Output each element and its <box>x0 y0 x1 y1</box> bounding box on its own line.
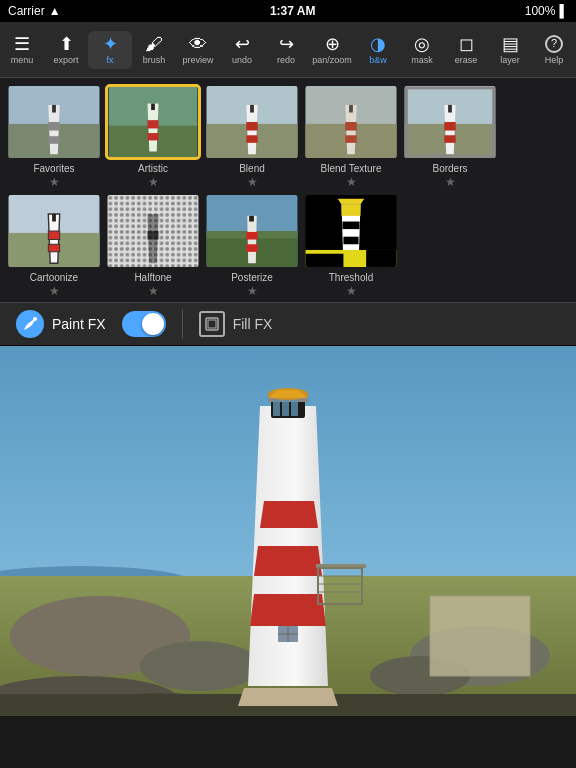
svg-rect-43 <box>147 231 158 240</box>
fx-item-favorites[interactable]: Favorites ★ <box>6 84 102 189</box>
wifi-icon: ▲ <box>49 4 61 18</box>
paintfx-toggle[interactable] <box>122 311 166 337</box>
tool-export[interactable]: ⬆ export <box>44 31 88 69</box>
svg-rect-62 <box>208 320 216 328</box>
fx-item-artistic[interactable]: Artistic ★ <box>105 84 201 189</box>
fx-item-cartoonize[interactable]: Cartoonize ★ <box>6 193 102 298</box>
tool-layer-label: layer <box>500 55 520 65</box>
menu-icon: ☰ <box>14 35 30 53</box>
tool-export-label: export <box>53 55 78 65</box>
fx-label-threshold: Threshold <box>329 272 373 283</box>
fx-star-posterize[interactable]: ★ <box>247 284 258 298</box>
paintfx-button[interactable]: Paint FX <box>16 310 106 338</box>
fx-star-favorites[interactable]: ★ <box>49 175 60 189</box>
svg-rect-12 <box>151 104 155 110</box>
fx-label-posterize: Posterize <box>231 272 273 283</box>
fx-item-blend-texture[interactable]: Blend Texture ★ <box>303 84 399 189</box>
redo-icon: ↪ <box>279 35 294 53</box>
fx-label-cartoonize: Cartoonize <box>30 272 78 283</box>
tool-help-label: Help <box>545 55 564 65</box>
tool-undo[interactable]: ↩ undo <box>220 31 264 69</box>
fx-star-threshold[interactable]: ★ <box>346 284 357 298</box>
svg-rect-31 <box>448 105 452 113</box>
fx-row-1: Favorites ★ Artistic ★ <box>6 84 570 189</box>
fx-label-borders: Borders <box>432 163 467 174</box>
svg-point-68 <box>140 641 260 691</box>
carrier-label: Carrier <box>8 4 45 18</box>
fx-label-blend-texture: Blend Texture <box>321 163 382 174</box>
tool-preview[interactable]: 👁 preview <box>176 31 220 69</box>
fx-star-borders[interactable]: ★ <box>445 175 456 189</box>
fx-star-halftone[interactable]: ★ <box>148 284 159 298</box>
fx-item-blend[interactable]: Blend ★ <box>204 84 300 189</box>
undo-icon: ↩ <box>235 35 250 53</box>
fx-item-borders[interactable]: Borders ★ <box>402 84 498 189</box>
fx-thumb-cartoonize <box>6 193 102 269</box>
mask-icon: ◎ <box>414 35 430 53</box>
toolbar: ☰ menu ⬆ export ✦ fx 🖌 brush 👁 preview ↩… <box>0 22 576 78</box>
tool-redo-label: redo <box>277 55 295 65</box>
fx-star-blend[interactable]: ★ <box>247 175 258 189</box>
svg-marker-94 <box>238 688 338 706</box>
fx-star-blend-texture[interactable]: ★ <box>346 175 357 189</box>
fx-thumb-halftone <box>105 193 201 269</box>
svg-rect-17 <box>246 135 257 143</box>
divider <box>182 310 183 338</box>
fx-thumb-posterize <box>204 193 300 269</box>
svg-rect-25 <box>306 86 397 158</box>
export-icon: ⬆ <box>59 35 74 53</box>
tool-menu-label: menu <box>11 55 34 65</box>
fx-star-cartoonize[interactable]: ★ <box>49 284 60 298</box>
status-time: 1:37 AM <box>270 4 316 18</box>
tool-menu[interactable]: ☰ menu <box>0 31 44 69</box>
svg-rect-29 <box>444 122 455 131</box>
svg-rect-3 <box>48 122 59 131</box>
paintfx-icon <box>16 310 44 338</box>
fx-thumb-blend-texture <box>303 84 399 160</box>
fx-star-artistic[interactable]: ★ <box>148 175 159 189</box>
fx-item-threshold[interactable]: Threshold ★ <box>303 193 399 298</box>
paintfx-bar: Paint FX Fill FX <box>0 302 576 346</box>
fillfx-label: Fill FX <box>233 316 273 332</box>
tool-brush-label: brush <box>143 55 166 65</box>
tool-layer[interactable]: ▤ layer <box>488 31 532 69</box>
tool-undo-label: undo <box>232 55 252 65</box>
status-left: Carrier ▲ <box>8 4 61 18</box>
tool-pan-zoom[interactable]: ⊕ pan/zoom <box>308 31 356 69</box>
tool-erase[interactable]: ◻ erase <box>444 31 488 69</box>
svg-rect-53 <box>342 222 359 230</box>
tool-mask[interactable]: ◎ mask <box>400 31 444 69</box>
tool-bw[interactable]: ◑ b&w <box>356 31 400 69</box>
fx-thumb-favorites <box>6 84 102 160</box>
svg-marker-56 <box>338 199 365 205</box>
tool-help[interactable]: ? Help <box>532 31 576 69</box>
layer-icon: ▤ <box>502 35 519 53</box>
tool-brush[interactable]: 🖌 brush <box>132 31 176 69</box>
fx-thumb-threshold <box>303 193 399 269</box>
svg-rect-18 <box>250 105 254 113</box>
tool-redo[interactable]: ↪ redo <box>264 31 308 69</box>
fx-icon: ✦ <box>103 35 118 53</box>
toggle-knob <box>142 313 164 335</box>
svg-rect-83 <box>291 400 298 416</box>
svg-rect-55 <box>342 204 361 215</box>
tool-fx[interactable]: ✦ fx <box>88 31 132 69</box>
svg-rect-37 <box>48 244 59 252</box>
fillfx-button[interactable]: Fill FX <box>199 311 273 337</box>
svg-rect-48 <box>246 232 257 240</box>
fx-label-artistic: Artistic <box>138 163 168 174</box>
canvas-area[interactable] <box>0 346 576 716</box>
svg-rect-82 <box>282 400 289 416</box>
svg-rect-30 <box>444 135 455 143</box>
svg-marker-76 <box>250 594 326 626</box>
fx-item-posterize[interactable]: Posterize ★ <box>204 193 300 298</box>
svg-marker-78 <box>260 501 318 528</box>
tool-mask-label: mask <box>411 55 433 65</box>
tool-pan-zoom-label: pan/zoom <box>312 55 352 65</box>
fx-item-halftone[interactable]: Halftone ★ <box>105 193 201 298</box>
svg-rect-81 <box>273 400 280 416</box>
tool-preview-label: preview <box>182 55 213 65</box>
tool-erase-label: erase <box>455 55 478 65</box>
svg-rect-36 <box>48 231 59 240</box>
bw-icon: ◑ <box>370 35 386 53</box>
